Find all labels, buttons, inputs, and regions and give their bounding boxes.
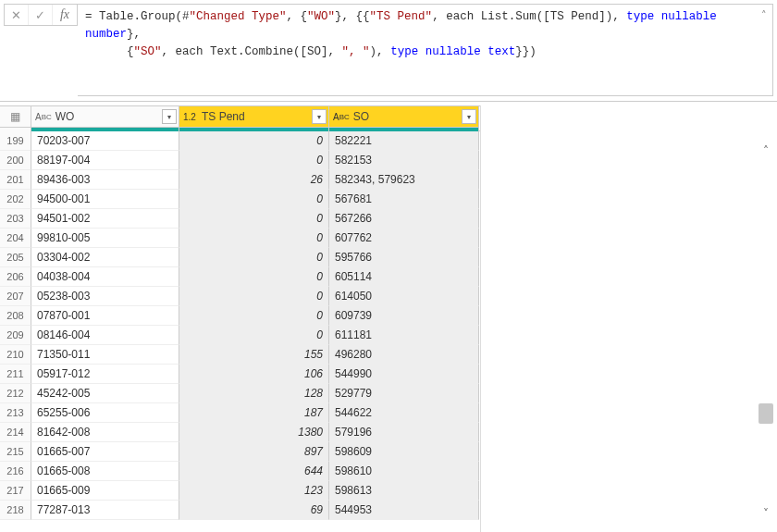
- cell-ts-pend[interactable]: 0: [179, 287, 329, 306]
- cell-ts-pend[interactable]: 644: [179, 462, 329, 481]
- cell-wo[interactable]: 81642-008: [31, 423, 179, 442]
- table-row[interactable]: 21245242-005128529779: [0, 384, 480, 403]
- cell-ts-pend[interactable]: 897: [179, 442, 329, 462]
- cell-wo[interactable]: 88197-004: [31, 151, 179, 170]
- data-grid: ▦ ABC WO ▾ 1.2 TS Pend ▾ ABC SO ▾ 199702…: [0, 105, 481, 532]
- cell-wo[interactable]: 94501-002: [31, 209, 179, 229]
- column-header-wo[interactable]: ABC WO ▾: [31, 106, 179, 128]
- cell-so[interactable]: 567266: [329, 209, 479, 229]
- table-icon[interactable]: ▦: [0, 106, 31, 128]
- cell-wo[interactable]: 71350-011: [31, 345, 179, 365]
- table-row[interactable]: 20394501-0020567266: [0, 209, 480, 229]
- cell-wo[interactable]: 70203-007: [31, 131, 179, 151]
- cell-wo[interactable]: 05917-012: [31, 365, 179, 384]
- cell-wo[interactable]: 07870-001: [31, 306, 179, 326]
- cell-wo[interactable]: 77287-013: [31, 501, 179, 520]
- cell-so[interactable]: 598613: [329, 481, 479, 501]
- cell-ts-pend[interactable]: 187: [179, 403, 329, 423]
- formula-input[interactable]: = Table.Group(#"Changed Type", {"WO"}, {…: [78, 4, 773, 96]
- cell-so[interactable]: 529779: [329, 384, 479, 403]
- cell-wo[interactable]: 45242-005: [31, 384, 179, 403]
- cell-ts-pend[interactable]: 0: [179, 326, 329, 345]
- table-row[interactable]: 20908146-0040611181: [0, 326, 480, 345]
- row-number: 205: [0, 248, 31, 267]
- table-row[interactable]: 21701665-009123598613: [0, 481, 480, 501]
- scroll-thumb[interactable]: [758, 403, 773, 424]
- cell-ts-pend[interactable]: 0: [179, 131, 329, 151]
- cell-ts-pend[interactable]: 26: [179, 170, 329, 190]
- scroll-up-button[interactable]: ˄: [758, 144, 773, 157]
- cell-so[interactable]: 582221: [329, 131, 479, 151]
- fx-icon[interactable]: fx: [53, 5, 77, 25]
- cell-so[interactable]: 598610: [329, 462, 479, 481]
- cell-ts-pend[interactable]: 106: [179, 365, 329, 384]
- cell-ts-pend[interactable]: 0: [179, 248, 329, 267]
- cell-ts-pend[interactable]: 0: [179, 209, 329, 229]
- cell-so[interactable]: 607762: [329, 229, 479, 248]
- expand-formula-button[interactable]: ˄: [761, 8, 767, 24]
- cell-ts-pend[interactable]: 0: [179, 190, 329, 209]
- table-row[interactable]: 21481642-0081380579196: [0, 423, 480, 442]
- table-row[interactable]: 21601665-008644598610: [0, 462, 480, 481]
- cell-so[interactable]: 614050: [329, 287, 479, 306]
- cell-ts-pend[interactable]: 0: [179, 306, 329, 326]
- cancel-formula-button[interactable]: ✕: [5, 5, 29, 25]
- filter-button-ts[interactable]: ▾: [312, 109, 327, 124]
- cell-wo[interactable]: 05238-003: [31, 287, 179, 306]
- cell-so[interactable]: 611181: [329, 326, 479, 345]
- type-icon-text: ABC: [35, 112, 52, 122]
- cell-so[interactable]: 567681: [329, 190, 479, 209]
- table-row[interactable]: 20088197-0040582153: [0, 151, 480, 170]
- cell-wo[interactable]: 08146-004: [31, 326, 179, 345]
- filter-button-wo[interactable]: ▾: [162, 109, 177, 124]
- cell-wo[interactable]: 94500-001: [31, 190, 179, 209]
- column-header-ts-pend[interactable]: 1.2 TS Pend ▾: [179, 106, 329, 128]
- cell-so[interactable]: 579196: [329, 423, 479, 442]
- cell-so[interactable]: 595766: [329, 248, 479, 267]
- cell-so[interactable]: 605114: [329, 267, 479, 287]
- table-row[interactable]: 21365255-006187544622: [0, 403, 480, 423]
- cell-ts-pend[interactable]: 0: [179, 151, 329, 170]
- table-row[interactable]: 21071350-011155496280: [0, 345, 480, 365]
- table-row[interactable]: 20807870-0010609739: [0, 306, 480, 326]
- cell-ts-pend[interactable]: 123: [179, 481, 329, 501]
- cell-ts-pend[interactable]: 155: [179, 345, 329, 365]
- table-row[interactable]: 21501665-007897598609: [0, 442, 480, 462]
- cell-so[interactable]: 582153: [329, 151, 479, 170]
- cell-ts-pend[interactable]: 69: [179, 501, 329, 520]
- cell-wo[interactable]: 65255-006: [31, 403, 179, 423]
- cell-wo[interactable]: 99810-005: [31, 229, 179, 248]
- cell-so[interactable]: 544953: [329, 501, 479, 520]
- cell-so[interactable]: 582343, 579623: [329, 170, 479, 190]
- table-row[interactable]: 20189436-00326582343, 579623: [0, 170, 480, 190]
- table-row[interactable]: 21105917-012106544990: [0, 365, 480, 384]
- cell-wo[interactable]: 01665-009: [31, 481, 179, 501]
- table-row[interactable]: 20503304-0020595766: [0, 248, 480, 267]
- cell-so[interactable]: 609739: [329, 306, 479, 326]
- cell-wo[interactable]: 01665-007: [31, 442, 179, 462]
- scroll-down-button[interactable]: ˅: [758, 507, 773, 520]
- cell-ts-pend[interactable]: 1380: [179, 423, 329, 442]
- table-row[interactable]: 19970203-0070582221: [0, 131, 480, 151]
- cell-ts-pend[interactable]: 0: [179, 267, 329, 287]
- cell-so[interactable]: 496280: [329, 345, 479, 365]
- cell-so[interactable]: 544990: [329, 365, 479, 384]
- cell-so[interactable]: 598609: [329, 442, 479, 462]
- cell-wo[interactable]: 01665-008: [31, 462, 179, 481]
- cell-ts-pend[interactable]: 0: [179, 229, 329, 248]
- cell-wo[interactable]: 04038-004: [31, 267, 179, 287]
- formula-bar: ✕ ✓ fx = Table.Group(#"Changed Type", {"…: [0, 0, 777, 102]
- cell-so[interactable]: 544622: [329, 403, 479, 423]
- table-row[interactable]: 20604038-0040605114: [0, 267, 480, 287]
- table-row[interactable]: 21877287-01369544953: [0, 501, 480, 520]
- cell-wo[interactable]: 03304-002: [31, 248, 179, 267]
- filter-button-so[interactable]: ▾: [462, 109, 476, 124]
- cell-ts-pend[interactable]: 128: [179, 384, 329, 403]
- table-row[interactable]: 20294500-0010567681: [0, 190, 480, 209]
- commit-formula-button[interactable]: ✓: [29, 5, 53, 25]
- column-header-so[interactable]: ABC SO ▾: [329, 106, 479, 128]
- grid-body[interactable]: 19970203-007058222120088197-004058215320…: [0, 131, 480, 520]
- cell-wo[interactable]: 89436-003: [31, 170, 179, 190]
- table-row[interactable]: 20499810-0050607762: [0, 229, 480, 248]
- table-row[interactable]: 20705238-0030614050: [0, 287, 480, 306]
